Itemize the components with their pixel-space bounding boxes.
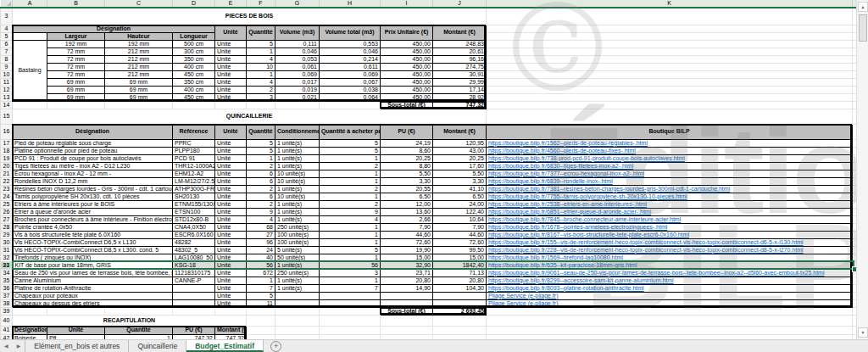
cell[interactable]: 2 [247,86,275,93]
cell[interactable]: 40 [247,254,275,261]
cell[interactable]: Unité [215,269,247,277]
cell[interactable]: 1 unité(s) [275,185,320,193]
item-designation[interactable]: PCD 91 : Produit de coupe pour bois auto… [13,154,173,162]
cell[interactable]: 1 unité(s) [275,215,320,223]
scroll-up-icon[interactable]: ▲ [858,2,868,12]
cell[interactable] [320,307,381,315]
cell[interactable]: Unité [215,223,247,231]
cell[interactable]: 400 cm [173,63,215,70]
cell[interactable]: 5,50 [433,170,487,177]
cell[interactable] [320,299,381,307]
item-designation[interactable]: Chapeaux pour poteaux [13,292,173,299]
cell[interactable]: ESCR6.0X160 [173,231,215,238]
cell[interactable]: 7,90 [381,223,433,231]
cell[interactable] [320,101,381,109]
boutique-link[interactable]: https://boutique.bilp.fr/7755--tamis-pol… [488,193,687,199]
cell[interactable] [487,78,853,86]
cell[interactable]: 1 [247,154,275,162]
cell[interactable] [275,101,320,109]
cell[interactable]: 5 [247,139,275,147]
cell[interactable]: 0,069 [320,70,381,78]
item-designation[interactable]: Rondelles INOX D 12,2 mm [13,177,173,185]
row-header[interactable]: 35 [1,277,13,284]
cell[interactable]: 68 [247,223,275,231]
cell[interactable]: 6,50 [433,193,487,200]
cell[interactable]: 0,069 [275,70,320,78]
column-header[interactable]: E [215,0,247,8]
cell[interactable] [13,307,47,315]
cell[interactable]: 1 [320,170,381,177]
cell[interactable]: 71,13 [433,269,487,277]
boutique-link[interactable]: https://boutique.bilp.fr/155--vis-de-ren… [488,239,804,245]
cell[interactable] [381,292,433,299]
row-header[interactable]: 18 [1,147,13,154]
cell[interactable]: 450,00 [381,47,433,55]
row-header[interactable]: 32 [1,254,13,261]
cell[interactable]: 9 [247,208,275,215]
cell[interactable]: Unité [215,193,247,200]
boutique-link[interactable]: https://boutique.bilp.fr/738-prod-pcd-91… [488,155,685,161]
cell[interactable]: 0,038 [320,86,381,93]
cell[interactable]: 0,111 [275,40,320,47]
cell[interactable] [433,299,487,307]
cell[interactable]: 11218310175 [173,269,215,277]
cell[interactable]: 27 [247,231,275,238]
cell[interactable]: 6 [247,193,275,200]
cell[interactable]: Unité [215,238,247,246]
cell[interactable]: Unité [215,139,247,147]
cell[interactable] [13,32,47,40]
cell[interactable]: 72,60 [381,238,433,246]
cell[interactable] [275,315,320,326]
cell[interactable]: 96,16 [433,55,487,63]
cell[interactable]: Unité [215,78,247,86]
cell[interactable]: 120,95 [433,139,487,147]
cell[interactable]: 69 mm [105,78,173,86]
cell[interactable]: Unité [215,162,247,170]
cell[interactable] [47,307,105,315]
cell[interactable] [320,315,381,326]
cell[interactable]: 32,90 [381,261,433,269]
boutique-link[interactable]: https://boutique.bilp.fr/7845--broche-co… [488,216,681,222]
cell[interactable] [173,307,215,315]
cell[interactable]: Unité [215,170,247,177]
cell[interactable]: 450,00 [381,86,433,93]
row-header[interactable]: 37 [1,292,13,299]
cell[interactable] [320,326,381,334]
boutique-link[interactable]: https://boutique.bilp.fr/1569--tirefond-… [488,254,623,260]
cell[interactable]: 1 unité(s) [275,284,320,292]
cell[interactable]: 0,021 [275,93,320,101]
cell[interactable]: 450,00 [381,63,433,70]
cell[interactable]: Unité [215,154,247,162]
cell[interactable]: 17,14 [433,86,487,93]
cell[interactable]: https://boutique.bilp.fr/2538--etriers-e… [487,200,853,208]
cell[interactable]: 5 [320,147,381,154]
cell[interactable] [47,101,105,109]
cell[interactable]: Unité [215,93,247,101]
cell[interactable]: 0,053 [275,55,320,63]
cell[interactable]: Unité [215,200,247,208]
cell[interactable]: 1 unité(s) [275,139,320,147]
cell[interactable]: 450 cm [173,70,215,78]
boutique-link[interactable]: https://boutique.bilp.fr/8299--accessoir… [488,277,674,283]
item-designation[interactable]: Pointe crantée 4,0x50 [13,223,173,231]
cell[interactable]: Unité [215,254,247,261]
row-header[interactable]: 38 [1,299,13,307]
row-header[interactable]: 3 [1,8,13,25]
cell[interactable]: 4 [247,55,275,63]
cell[interactable]: 7 [320,284,381,292]
cell[interactable] [247,307,275,315]
row-header[interactable]: 7 [1,47,13,55]
row-header[interactable]: 36 [1,284,13,292]
cell[interactable]: 5 [247,147,275,154]
item-designation[interactable]: Platine de rotation-Anthracite [13,284,173,292]
cell[interactable]: https://boutique.bilp.fr/8093--platine-r… [487,284,853,292]
cell[interactable]: 44,60 [433,231,487,238]
cell[interactable]: STD12x80-B [173,215,215,223]
tab-budget-estimatif[interactable]: Budget_Estimatif [186,340,264,352]
cell[interactable] [173,299,215,307]
cell[interactable]: Unité [215,177,247,185]
cell[interactable]: 1 [320,277,381,284]
cell[interactable]: 400 cm [173,86,215,93]
cell[interactable]: 69 mm [47,93,105,101]
scrollbar-thumb[interactable] [859,14,867,42]
